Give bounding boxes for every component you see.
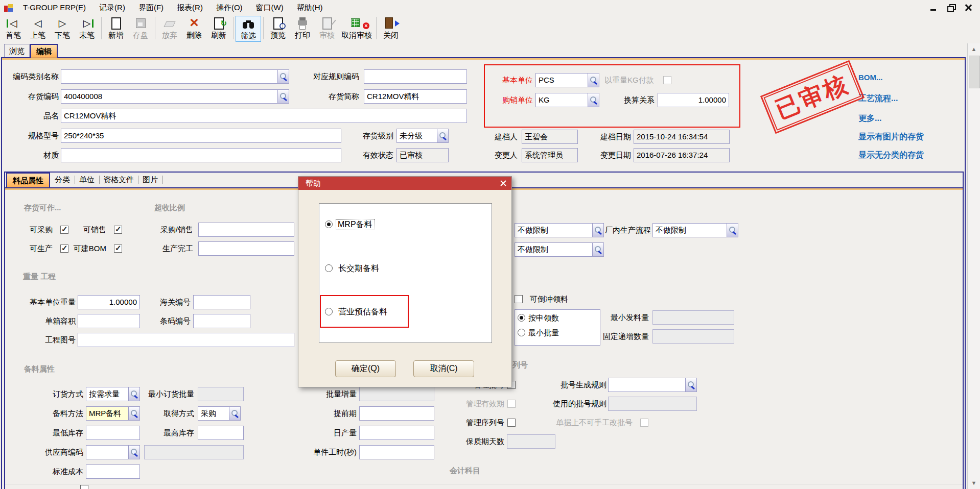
show-with-image-link[interactable]: 显示有图片的存货 bbox=[858, 132, 924, 142]
order-method-lookup-icon[interactable] bbox=[128, 387, 140, 401]
delete-button[interactable]: 删除 bbox=[182, 16, 206, 41]
factory-flow-field[interactable]: 不做限制 bbox=[652, 223, 727, 237]
lead-time-field[interactable] bbox=[359, 406, 434, 421]
manage-expiry-label: 管理有效期 bbox=[466, 397, 504, 411]
minimize-button[interactable] bbox=[927, 3, 940, 13]
scroll-up-icon[interactable] bbox=[969, 44, 979, 54]
limit-2-lookup-icon[interactable] bbox=[592, 242, 604, 257]
menu-help[interactable]: 帮助(H) bbox=[290, 0, 330, 15]
prev-record-button[interactable]: 上笔 bbox=[26, 16, 50, 41]
tab-browse[interactable]: 浏览 bbox=[4, 44, 30, 58]
first-record-button[interactable]: 首笔 bbox=[1, 16, 26, 41]
filter-button[interactable]: 筛选 bbox=[236, 16, 261, 42]
show-unclassified-link[interactable]: 显示无分类的存货 bbox=[858, 150, 924, 161]
supplier-field[interactable] bbox=[86, 445, 129, 459]
daily-output-field[interactable] bbox=[359, 426, 434, 440]
production-done-field[interactable] bbox=[198, 241, 294, 256]
level-lookup-icon[interactable] bbox=[437, 129, 449, 143]
tab-image[interactable]: 图片 bbox=[139, 173, 161, 187]
sellable-checkbox[interactable] bbox=[114, 226, 122, 234]
limit-field-2[interactable]: 不做限制 bbox=[515, 242, 593, 257]
shelf-days-field bbox=[507, 434, 555, 449]
std-cost-field[interactable] bbox=[86, 464, 140, 479]
max-stock-field[interactable] bbox=[198, 426, 244, 440]
trade-unit-field[interactable]: KG bbox=[535, 93, 588, 107]
min-stock-field[interactable] bbox=[86, 426, 140, 440]
close-form-button[interactable]: 关闭 bbox=[379, 16, 403, 41]
dialog-ok-button[interactable]: 确定(Q) bbox=[335, 360, 396, 377]
dialog-close-button[interactable] bbox=[499, 179, 507, 187]
menu-report[interactable]: 报表(R) bbox=[170, 0, 209, 15]
batch-rule-lookup-icon[interactable] bbox=[685, 378, 697, 392]
new-button[interactable]: 新增 bbox=[104, 16, 128, 41]
batch-rule-field[interactable] bbox=[608, 378, 686, 392]
tab-unit[interactable]: 单位 bbox=[76, 173, 98, 187]
base-unit-lookup-icon[interactable] bbox=[588, 73, 599, 87]
acquire-field[interactable]: 采购 bbox=[198, 406, 229, 421]
tab-edit[interactable]: 编辑 bbox=[30, 44, 58, 58]
drawing-field[interactable] bbox=[78, 333, 294, 347]
supplier-lookup-icon[interactable] bbox=[128, 445, 140, 459]
mrp-prep-radio[interactable] bbox=[325, 221, 333, 228]
restore-button[interactable] bbox=[944, 3, 958, 13]
prep-method-field[interactable]: MRP备料 bbox=[86, 406, 129, 421]
manage-serial-checkbox[interactable] bbox=[507, 419, 516, 427]
spec-field[interactable]: 250*240*35 bbox=[61, 129, 341, 143]
unit-hours-field[interactable] bbox=[359, 445, 434, 459]
by-request-radio[interactable] bbox=[518, 314, 525, 322]
close-button[interactable] bbox=[962, 3, 975, 13]
material-field[interactable] bbox=[61, 148, 341, 162]
purchasable-checkbox[interactable] bbox=[60, 226, 68, 234]
level-field[interactable]: 未分级 bbox=[396, 129, 437, 143]
more-link[interactable]: 更多... bbox=[858, 113, 881, 124]
partial-checkbox[interactable] bbox=[80, 485, 88, 489]
print-button[interactable]: 打印 bbox=[290, 16, 315, 41]
bom-allowed-checkbox[interactable] bbox=[114, 244, 122, 253]
product-name-field[interactable]: CR12MOV精料 bbox=[61, 109, 467, 123]
tab-classification[interactable]: 分类 bbox=[51, 173, 74, 187]
rule-code-field[interactable] bbox=[364, 69, 467, 84]
tab-item-properties[interactable]: 料品属性 bbox=[6, 173, 50, 187]
last-record-button[interactable]: 末笔 bbox=[75, 16, 99, 41]
factory-flow-lookup-icon[interactable] bbox=[727, 223, 738, 237]
min-batch-radio[interactable] bbox=[518, 329, 525, 336]
menu-operation[interactable]: 操作(O) bbox=[209, 0, 249, 15]
acquire-lookup-icon[interactable] bbox=[229, 406, 241, 421]
preview-button[interactable]: 预览 bbox=[266, 16, 290, 41]
item-code-field[interactable]: 400400008 bbox=[61, 89, 289, 104]
order-method-field[interactable]: 按需求量 bbox=[86, 387, 129, 401]
menu-window[interactable]: 窗口(W) bbox=[249, 0, 290, 15]
mrp-prep-option[interactable]: MRP备料 bbox=[336, 219, 374, 230]
box-volume-field[interactable] bbox=[78, 314, 140, 328]
limit-1-lookup-icon[interactable] bbox=[592, 223, 604, 237]
producible-checkbox[interactable] bbox=[60, 244, 68, 253]
barcode-field[interactable] bbox=[193, 314, 250, 328]
short-name-field[interactable]: CR12MOV精料 bbox=[364, 89, 467, 104]
dialog-cancel-button[interactable]: 取消(C) bbox=[413, 360, 474, 377]
scroll-down-icon[interactable] bbox=[969, 478, 979, 487]
base-unit-field[interactable]: PCS bbox=[535, 73, 588, 87]
base-weight-field[interactable]: 1.00000 bbox=[78, 295, 140, 309]
conversion-field[interactable]: 1.00000 bbox=[658, 93, 729, 107]
prep-method-lookup-icon[interactable] bbox=[128, 406, 140, 421]
limit-field-1[interactable]: 不做限制 bbox=[515, 223, 593, 237]
long-lead-prep-option[interactable]: 长交期备料 bbox=[338, 264, 379, 273]
menu-app[interactable]: T-GROUP ERP(E) bbox=[16, 0, 92, 15]
purchase-sale-field[interactable] bbox=[198, 223, 294, 237]
code-category-lookup-icon[interactable] bbox=[277, 69, 289, 84]
tab-qualification[interactable]: 资格文件 bbox=[100, 173, 137, 187]
bom-link[interactable]: BOM... bbox=[858, 73, 883, 82]
code-category-field[interactable] bbox=[61, 69, 289, 84]
cancel-audit-button[interactable]: 取消审核 bbox=[339, 16, 374, 41]
menu-interface[interactable]: 界面(F) bbox=[132, 0, 170, 15]
next-record-button[interactable]: 下笔 bbox=[50, 16, 75, 41]
process-flow-link[interactable]: 工艺流程... bbox=[858, 93, 898, 104]
menu-record[interactable]: 记录(R) bbox=[92, 0, 132, 15]
trade-unit-lookup-icon[interactable] bbox=[588, 93, 599, 107]
item-code-lookup-icon[interactable] bbox=[277, 89, 289, 104]
refresh-button[interactable]: 刷新 bbox=[206, 16, 231, 41]
scroll-thumb[interactable] bbox=[969, 56, 980, 88]
customs-field[interactable] bbox=[193, 295, 250, 309]
backflush-checkbox[interactable] bbox=[515, 295, 523, 303]
long-lead-prep-radio[interactable] bbox=[325, 264, 333, 272]
